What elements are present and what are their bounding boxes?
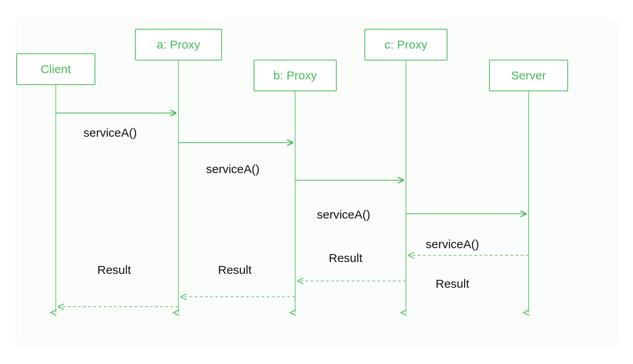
msg-return-2-label: Result [329,251,362,265]
msg-call-2-label: serviceA() [206,162,260,176]
msg-return-3-label: Result [218,263,252,277]
msg-call-3-label: serviceA() [317,208,370,221]
sequence-diagram-canvas: Client a: Proxy b: Proxy c: Proxy Server [16,20,618,345]
msg-call-1-label: serviceA() [83,126,137,140]
msg-return-4-label: Result [97,263,131,277]
sequence-svg [16,20,618,344]
msg-call-4-label: serviceA() [426,238,479,251]
msg-return-1-label: Result [436,277,469,290]
